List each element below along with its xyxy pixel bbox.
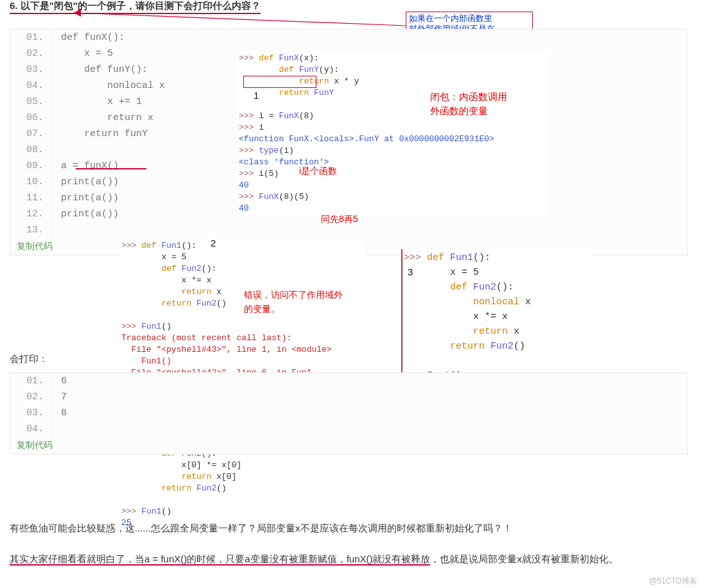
anno-scope-error: 错误，访问不了作用域外的变量。: [244, 288, 343, 316]
watermark: @51CTO博客: [649, 576, 697, 587]
anno-first8then5: 同先8再5: [321, 212, 358, 226]
will-print-label: 会打印：: [10, 353, 48, 365]
question-title: 6. 以下是"闭包"的一个例子，请你目测下会打印什么内容？: [10, 0, 261, 14]
code-panel-2: 01.602.703.804. 复制代码: [10, 372, 688, 454]
explain-para-2-underlined: 其实大家仔细看看就明白了，当a = funX()的时候，只要a变量没有被重新赋值…: [10, 553, 430, 566]
label-2: 2: [211, 238, 216, 248]
label-1: 1: [254, 90, 259, 101]
explain-para-2-rest: ，也就是说局部变量x就没有被重新初始化。: [430, 553, 618, 564]
svg-line-0: [74, 13, 406, 26]
label-3: 3: [408, 266, 413, 277]
copy-code-button-2[interactable]: 复制代码: [10, 437, 688, 454]
underline-return-funy: [76, 168, 146, 169]
explain-para-1: 有些鱼油可能会比较疑惑，这......怎么跟全局变量一样了？局部变量x不是应该在…: [10, 520, 687, 537]
anno-closure-call: 闭包：内函数调用外函数的变量: [430, 90, 507, 118]
explain-para-2: 其实大家仔细看看就明白了，当a = funX()的时候，只要a变量没有被重新赋值…: [10, 551, 690, 567]
anno-i-is-function: i是个函数: [299, 164, 337, 178]
highlight-box-1: [243, 76, 316, 88]
